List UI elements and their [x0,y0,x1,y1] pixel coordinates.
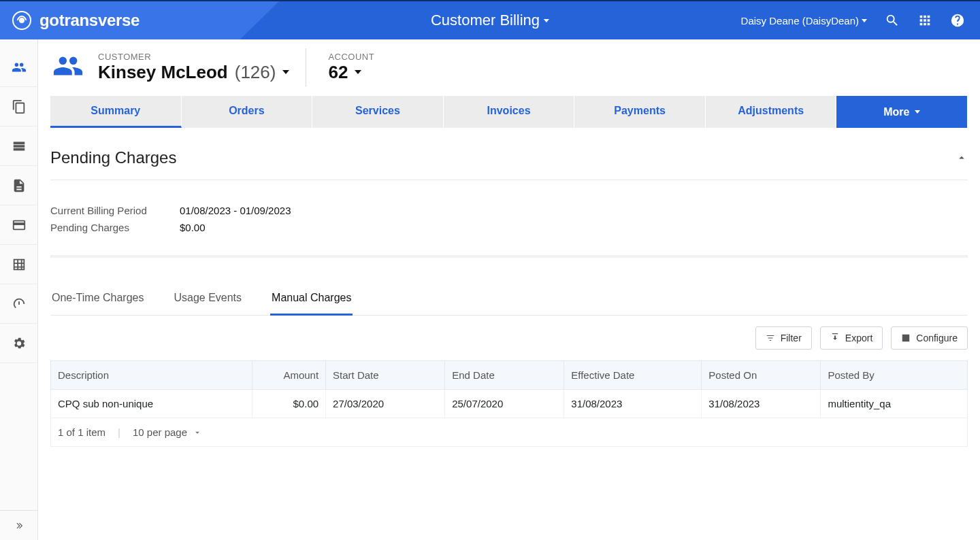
gear-icon [12,336,27,351]
export-label: Export [845,333,872,343]
module-title-dropdown[interactable]: Customer Billing [431,12,549,29]
cell-posted-on: 31/08/2023 [702,390,821,418]
account-label: ACCOUNT [328,52,374,62]
sidebar-item-settings[interactable] [0,324,38,363]
cell-amount: $0.00 [252,390,326,418]
chevron-down-icon [544,19,549,22]
per-page-dropdown[interactable]: 10 per page [133,426,202,438]
tab-more-label: More [883,106,909,118]
cell-effective: 31/08/2023 [564,390,702,418]
subtab-one-time[interactable]: One-Time Charges [50,285,145,315]
sidebar-item-rows[interactable] [0,126,38,166]
col-end[interactable]: End Date [445,361,564,390]
users-icon [12,60,27,75]
col-start[interactable]: Start Date [326,361,445,390]
rows-icon [12,139,27,154]
brand-logo-icon [12,11,31,30]
module-title: Customer Billing [431,12,540,29]
table-row[interactable]: CPQ sub non-unique $0.00 27/03/2020 25/0… [51,390,968,418]
document-icon [12,178,27,193]
subtab-manual-charges[interactable]: Manual Charges [270,285,353,316]
user-display: Daisy Deane (DaisyDean) [741,15,859,27]
chevron-down-icon [193,428,202,437]
subtab-usage-events[interactable]: Usage Events [172,285,243,315]
configure-label: Configure [916,333,958,343]
charges-subtabs: One-Time Charges Usage Events Manual Cha… [50,285,968,316]
section-title: Pending Charges [50,148,176,167]
customer-icon [50,50,86,84]
sidebar-item-invoice[interactable] [0,166,38,205]
table-toolbar: Filter Export Configure [50,316,968,360]
tab-invoices[interactable]: Invoices [444,96,575,128]
configure-icon [901,333,911,343]
cell-description: CPQ sub non-unique [51,390,252,418]
billing-period-label: Current Billing Period [50,205,159,216]
per-page-label: 10 per page [133,426,187,438]
chevron-down-icon [915,110,920,114]
export-button[interactable]: Export [820,326,883,350]
pager-summary: 1 of 1 item [58,426,105,438]
divider [306,48,306,86]
configure-button[interactable]: Configure [891,326,968,350]
grid-icon [12,257,27,272]
col-effective[interactable]: Effective Date [564,361,702,390]
chevron-down-icon [355,70,361,74]
collapse-icon[interactable] [956,152,968,164]
topbar: gotransverse Customer Billing Daisy Dean… [0,0,980,39]
tab-services[interactable]: Services [312,96,444,128]
customer-name: Kinsey McLeod [98,62,228,83]
sidebar-item-customers[interactable] [0,48,38,87]
apps-grid-icon[interactable] [917,13,932,28]
search-icon[interactable] [885,13,900,28]
table-pager: 1 of 1 item | 10 per page [50,418,968,447]
col-posted-by[interactable]: Posted By [821,361,968,390]
main-content: CUSTOMER Kinsey McLeod (126) ACCOUNT 62 [38,39,980,540]
tab-summary[interactable]: Summary [50,96,182,128]
pending-charges-label: Pending Charges [50,222,159,233]
billing-period-value: 01/08/2023 - 01/09/2023 [180,205,291,216]
col-description[interactable]: Description [51,361,252,390]
cell-end: 25/07/2020 [445,390,564,418]
filter-label: Filter [781,333,802,343]
brand[interactable]: gotransverse [0,11,140,30]
filter-button[interactable]: Filter [755,326,812,350]
card-icon [12,218,27,233]
table-header-row: Description Amount Start Date End Date E… [51,361,968,390]
brand-name: gotransverse [39,11,140,30]
filter-icon [766,333,775,343]
topbar-right: Daisy Deane (DaisyDean) [741,13,980,28]
record-header: CUSTOMER Kinsey McLeod (126) ACCOUNT 62 [38,39,980,86]
chevron-double-right-icon [14,521,24,530]
account-number: 62 [328,62,348,83]
sidebar-item-payments[interactable] [0,205,38,245]
customer-dropdown[interactable]: Kinsey McLeod (126) [98,62,289,83]
help-icon[interactable] [950,13,965,28]
chevron-down-icon [862,19,867,22]
customer-label: CUSTOMER [98,52,289,62]
tab-bar: Summary Orders Services Invoices Payment… [50,96,968,128]
download-icon [830,333,840,343]
customer-id: (126) [235,62,276,83]
sidebar-expand-button[interactable] [0,510,38,540]
chevron-down-icon [282,70,289,74]
col-posted-on[interactable]: Posted On [702,361,821,390]
charges-table: Description Amount Start Date End Date E… [50,360,968,418]
tab-orders[interactable]: Orders [182,96,313,128]
tab-payments[interactable]: Payments [574,96,706,128]
user-menu[interactable]: Daisy Deane (DaisyDean) [741,15,867,27]
sidebar-item-calc[interactable] [0,245,38,284]
sidebar-item-documents[interactable] [0,87,38,126]
copy-icon [12,99,27,114]
col-amount[interactable]: Amount [252,361,326,390]
cell-posted-by: multientity_qa [821,390,968,418]
sidebar [0,39,38,540]
cell-start: 27/03/2020 [326,390,445,418]
dashboard-icon [12,297,27,311]
tab-more[interactable]: More [836,96,968,128]
pending-charges-value: $0.00 [180,222,206,233]
pending-summary: Current Billing Period 01/08/2023 - 01/0… [50,180,968,258]
tab-adjustments[interactable]: Adjustments [706,96,837,128]
section-header: Pending Charges [50,144,968,180]
account-dropdown[interactable]: 62 [328,62,374,83]
sidebar-item-dashboard[interactable] [0,284,38,324]
